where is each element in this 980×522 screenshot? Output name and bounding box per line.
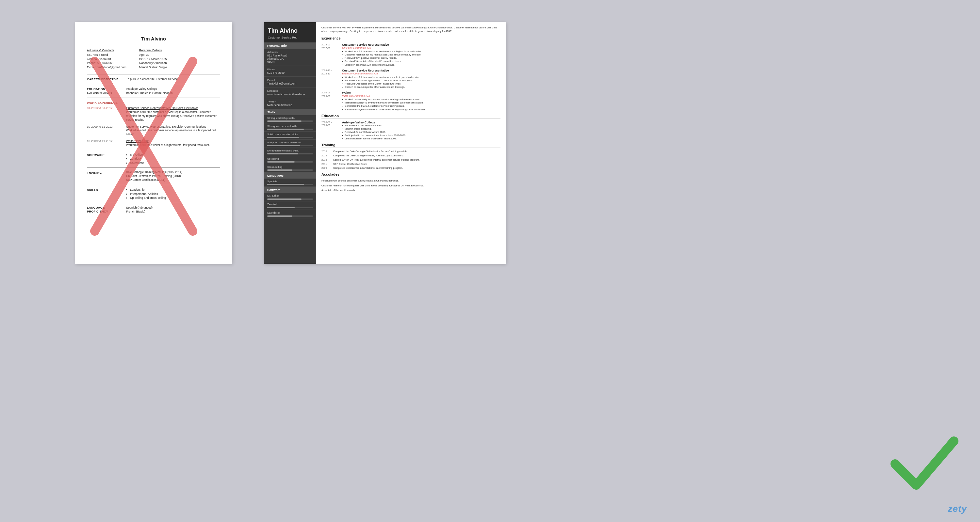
- right-resume-main: Customer Service Rep with 8+ years exper…: [316, 22, 506, 264]
- training-heading: Training: [321, 143, 500, 148]
- exp1-title: Customer Service Representative, On Poin…: [126, 106, 220, 110]
- training-5: 2009 Completed Excelsior Communications'…: [321, 167, 500, 170]
- dob: DOB: 12 March 1985: [139, 57, 220, 61]
- exp3-title: Waiter, Pizza Hut: [126, 139, 210, 143]
- experience-section: Experience 2013-01 -2017-03 Customer Ser…: [321, 36, 500, 111]
- age: Age: 32: [139, 53, 220, 57]
- skill-telesales: Exceptional telesales skills.: [264, 148, 316, 156]
- sw2: Zendesk: [130, 157, 144, 161]
- skill-leadership: Strong leadership skills.: [264, 115, 316, 124]
- training1: Dale Carnegie Training Modules (2015, 20…: [126, 170, 182, 175]
- education-section: Education 2005-09 -2009-05 Antelope Vall…: [321, 114, 500, 141]
- exp-entry-2: 2009-10 -2012-11 Customer Service Repres…: [321, 69, 500, 89]
- software-label: SOFTWARE: [87, 153, 123, 165]
- education-degree: Bachelor Studies in Communication: [126, 91, 173, 95]
- email-left: E-mail: timTalvino@gmail.com: [87, 65, 129, 70]
- phone-left: Phone: 5018732669: [87, 61, 129, 65]
- exp2-desc: Worked as a full time customer service r…: [126, 129, 220, 136]
- training-label: TRAINING: [87, 170, 123, 182]
- skills-label: SKILLS: [87, 188, 123, 200]
- address-line1: 831 Rasle Road: [87, 53, 129, 57]
- education-college: Antelope Valley College: [126, 87, 173, 91]
- skill-upselling: Up-selling: [264, 156, 316, 164]
- sw-zendesk: Zendesk: [264, 202, 316, 210]
- lang2: French (Basic): [126, 209, 153, 214]
- accolades-section: Accolades Received 99% positive customer…: [321, 172, 500, 192]
- personal-email: E-mail TimTAlvino@gmail.com: [264, 77, 316, 87]
- personal-twitter: Twitter twitter.com/timalvino: [264, 98, 316, 109]
- rr-title: Customer Service Rep: [268, 36, 312, 39]
- sw-msoffice: MS Office: [264, 193, 316, 202]
- work-label: WORK EXPERIENCE: [87, 100, 123, 105]
- lang-spanish: Spanish: [264, 179, 316, 187]
- personal-linkedin: LinkedIn www.linkedin.com/in/tim-alvino: [264, 87, 316, 98]
- rr-full-name: Tim Alvino: [268, 27, 312, 35]
- accolade-2: Customer retention for my regulars was 3…: [321, 184, 500, 188]
- training-section: Training 2015 Completed the Dale Carnegi…: [321, 143, 500, 170]
- right-resume-sidebar: Tim Alvino Customer Service Rep Personal…: [264, 22, 316, 264]
- training-1: 2015 Completed the Dale Carnegie "Attitu…: [321, 150, 500, 153]
- right-resume: Tim Alvino Customer Service Rep Personal…: [264, 22, 506, 264]
- marital: Marital Status: Single: [139, 65, 220, 70]
- skill-communication: Solid communication skills.: [264, 132, 316, 140]
- exp2-date: 10-2009 to 11-2012: [87, 125, 123, 136]
- training-3: 2013 Scored 97% in On Point Electronics'…: [321, 158, 500, 162]
- accolade-3: Associate of the month awards.: [321, 189, 500, 192]
- career-text: To pursue a career in Customer Service.: [126, 77, 179, 81]
- skill2: Interpersonal Abilities: [130, 192, 166, 196]
- exp2-title: Customer Service Representative, Excelsi…: [126, 125, 220, 129]
- software-heading: Software: [264, 187, 316, 193]
- edu-entry-1: 2005-09 -2009-05 Antelope Valley College…: [321, 121, 500, 141]
- skill3: Up-selling and cross-selling: [130, 196, 166, 200]
- personal-info-heading: Personal Info: [264, 43, 316, 49]
- personal-phone: Phone 501-873-2669: [264, 66, 316, 77]
- left-resume-name: Tim Alvino: [87, 35, 220, 42]
- experience-heading: Experience: [321, 36, 500, 41]
- exp-entry-1: 2013-01 -2017-03 Customer Service Repres…: [321, 43, 500, 67]
- education-heading: Education: [321, 114, 500, 119]
- sw1: MS Office: [130, 153, 144, 157]
- skills-heading: Skills: [264, 109, 316, 115]
- skill-interpersonal: Strong interpersonal skills.: [264, 124, 316, 132]
- skill-complaint: Adept at complaint resolution.: [264, 140, 316, 148]
- exp1-date: 01-2013 to 03-2017: [87, 106, 123, 122]
- skill-crossselling: Cross-selling: [264, 164, 316, 172]
- exp-entry-3: 2005-06 -2009-09 Waiter Pizza Hut, Antel…: [321, 91, 500, 111]
- nationality: Nationality: American: [139, 61, 220, 65]
- education-date: Sep 2015 to present: [87, 91, 123, 95]
- personal-address: Address 831 Rasle RoadAlameda, CA94501: [264, 49, 316, 66]
- skill1: Leadership: [130, 188, 166, 192]
- sidebar-name-block: Tim Alvino Customer Service Rep: [264, 22, 316, 43]
- education-label: EDUCATION: [87, 87, 123, 91]
- personal-heading: Personal Details: [139, 48, 220, 52]
- sw-salesforce: Salesforce: [264, 210, 316, 218]
- accolade-1: Received 99% positive customer survey re…: [321, 179, 500, 183]
- training2: On Point Electronics Internal Training (…: [126, 175, 182, 178]
- exp1-desc: Worked as a full time customer service r…: [126, 110, 220, 122]
- address-heading: Address & Contacts: [87, 48, 129, 52]
- training3: SCP Career Certification (2011): [126, 178, 182, 182]
- green-check-overlay: [889, 428, 960, 500]
- languages-heading: Languages: [264, 172, 316, 179]
- training-4: 2011 SCP Career Certification Exam: [321, 163, 500, 166]
- exp3-date: 10-2009 to 11-2012: [87, 139, 123, 147]
- rr-summary: Customer Service Rep with 8+ years exper…: [321, 26, 500, 33]
- address-line2: Almeda, CA 94501: [87, 57, 129, 61]
- lang1: Spanish (Advanced): [126, 206, 153, 210]
- left-resume: Tim Alvino Address & Contacts 831 Rasle …: [75, 22, 232, 264]
- exp3-desc: Worked as a full time waiter at a high-v…: [126, 143, 210, 147]
- accolades-heading: Accolades: [321, 172, 500, 177]
- training-2: 2014 Completed the Dale Carnegie module,…: [321, 154, 500, 157]
- sw3: Salesforce: [130, 161, 144, 165]
- zety-watermark: zety: [948, 504, 967, 514]
- language-label: LANGUAGEPROFICIENCY: [87, 206, 123, 214]
- career-label: CAREER OBJECTIVE: [87, 77, 123, 81]
